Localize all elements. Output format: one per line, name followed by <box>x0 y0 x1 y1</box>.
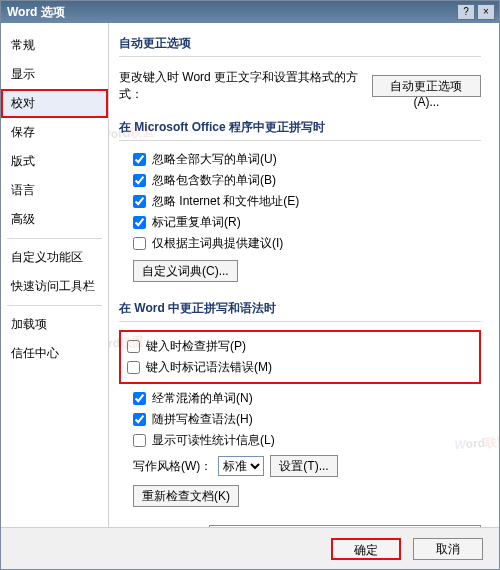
sidebar-item-addins[interactable]: 加载项 <box>1 310 108 339</box>
sidebar-separator <box>7 238 102 239</box>
writing-style-settings-button[interactable]: 设置(T)... <box>270 455 337 477</box>
chk-flag-repeat[interactable] <box>133 216 146 229</box>
dialog-footer: 确定 取消 <box>1 527 499 569</box>
chk-main-dict-only[interactable] <box>133 237 146 250</box>
custom-dictionaries-button[interactable]: 自定义词典(C)... <box>133 260 238 282</box>
highlight-typing-checks: 键入时检查拼写(P) 键入时标记语法错误(M) <box>119 330 481 384</box>
sidebar-separator <box>7 305 102 306</box>
cancel-button[interactable]: 取消 <box>413 538 483 560</box>
lbl-mark-grammar-typing: 键入时标记语法错误(M) <box>146 359 272 376</box>
section-autocorrect-header: 自动更正选项 <box>119 29 481 57</box>
sidebar-item-layout[interactable]: 版式 <box>1 147 108 176</box>
titlebar: Word 选项 ? × <box>1 1 499 23</box>
lbl-flag-repeat: 标记重复单词(R) <box>152 214 241 231</box>
writing-style-label: 写作风格(W)： <box>133 458 212 475</box>
autocorrect-options-button[interactable]: 自动更正选项(A)... <box>372 75 481 97</box>
sidebar-item-language[interactable]: 语言 <box>1 176 108 205</box>
scroll-area[interactable]: 自动更正选项 更改键入时 Word 更正文字和设置其格式的方式： 自动更正选项(… <box>109 23 499 527</box>
sidebar-item-advanced[interactable]: 高级 <box>1 205 108 234</box>
lbl-ignore-internet: 忽略 Internet 和文件地址(E) <box>152 193 299 210</box>
lbl-ignore-numbers: 忽略包含数字的单词(B) <box>152 172 276 189</box>
sidebar-item-qat[interactable]: 快速访问工具栏 <box>1 272 108 301</box>
exceptions-label: 例外项(X)： <box>119 527 183 528</box>
lbl-check-spelling-typing: 键入时检查拼写(P) <box>146 338 246 355</box>
lbl-readability: 显示可读性统计信息(L) <box>152 432 275 449</box>
chk-readability[interactable] <box>133 434 146 447</box>
chk-grammar-with-spelling[interactable] <box>133 413 146 426</box>
section-exceptions-header: 例外项(X)： 网站金字塔结构.docx <box>119 519 481 527</box>
sidebar: 常规 显示 校对 保存 版式 语言 高级 自定义功能区 快速访问工具栏 加载项 … <box>1 23 109 527</box>
lbl-ignore-uppercase: 忽略全部大写的单词(U) <box>152 151 277 168</box>
lbl-grammar-with-spelling: 随拼写检查语法(H) <box>152 411 253 428</box>
window-title: Word 选项 <box>7 4 455 21</box>
sidebar-item-proofing[interactable]: 校对 <box>1 89 108 118</box>
word-options-dialog: Word 选项 ? × 常规 显示 校对 保存 版式 语言 高级 自定义功能区 … <box>0 0 500 570</box>
dialog-body: 常规 显示 校对 保存 版式 语言 高级 自定义功能区 快速访问工具栏 加载项 … <box>1 23 499 527</box>
close-button[interactable]: × <box>477 4 495 20</box>
ok-button[interactable]: 确定 <box>331 538 401 560</box>
chk-ignore-uppercase[interactable] <box>133 153 146 166</box>
help-button[interactable]: ? <box>457 4 475 20</box>
writing-style-select[interactable]: 标准 <box>218 456 264 476</box>
autocorrect-label: 更改键入时 Word 更正文字和设置其格式的方式： <box>119 69 364 103</box>
sidebar-item-trust[interactable]: 信任中心 <box>1 339 108 368</box>
lbl-confused-words: 经常混淆的单词(N) <box>152 390 253 407</box>
sidebar-item-save[interactable]: 保存 <box>1 118 108 147</box>
sidebar-item-general[interactable]: 常规 <box>1 31 108 60</box>
chk-check-spelling-typing[interactable] <box>127 340 140 353</box>
chk-ignore-internet[interactable] <box>133 195 146 208</box>
chk-confused-words[interactable] <box>133 392 146 405</box>
chk-mark-grammar-typing[interactable] <box>127 361 140 374</box>
section-word-spelling-header: 在 Word 中更正拼写和语法时 <box>119 294 481 322</box>
recheck-document-button[interactable]: 重新检查文档(K) <box>133 485 239 507</box>
sidebar-item-customize-ribbon[interactable]: 自定义功能区 <box>1 243 108 272</box>
main-panel: 自动更正选项 更改键入时 Word 更正文字和设置其格式的方式： 自动更正选项(… <box>109 23 499 527</box>
lbl-main-dict-only: 仅根据主词典提供建议(I) <box>152 235 283 252</box>
section-office-spelling-header: 在 Microsoft Office 程序中更正拼写时 <box>119 113 481 141</box>
chk-ignore-numbers[interactable] <box>133 174 146 187</box>
sidebar-item-display[interactable]: 显示 <box>1 60 108 89</box>
exceptions-document-select[interactable]: 网站金字塔结构.docx <box>209 525 481 527</box>
